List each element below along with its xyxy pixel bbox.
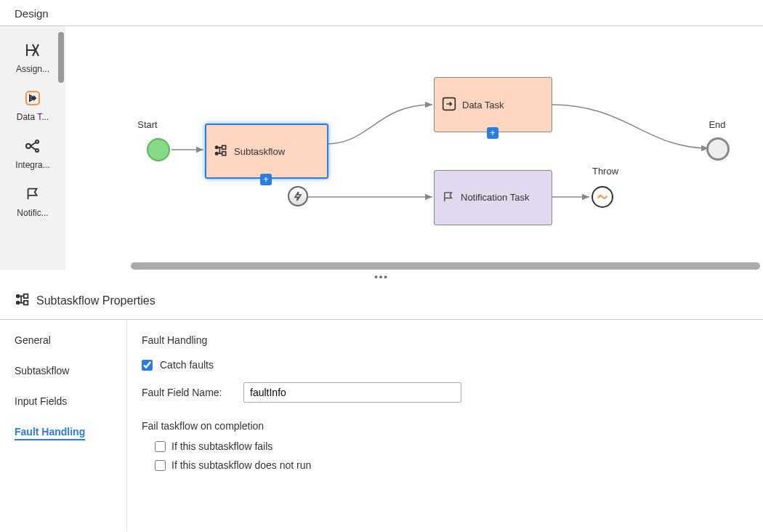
canvas-area: Assign... Data T... Integ <box>0 26 763 270</box>
fault-handling-heading: Fault Handling <box>142 334 748 346</box>
start-node[interactable] <box>147 138 170 161</box>
properties-content: Fault Handling Catch faults Fault Field … <box>127 320 763 531</box>
fail-if-subtaskflow-fails-label: If this subtaskflow fails <box>171 440 272 452</box>
data-task-icon <box>23 89 42 108</box>
properties-body: General Subtaskflow Input Fields Fault H… <box>0 320 763 531</box>
design-title: Design <box>15 7 49 20</box>
svg-point-5 <box>216 152 218 154</box>
notification-icon <box>442 190 455 206</box>
svg-point-3 <box>36 149 39 152</box>
throw-label: Throw <box>587 166 623 177</box>
splitter-handle[interactable]: ••• <box>0 270 763 283</box>
throw-node[interactable] <box>592 186 613 208</box>
svg-rect-11 <box>24 294 28 299</box>
integration-icon <box>23 137 42 156</box>
catch-faults-label: Catch faults <box>160 359 214 371</box>
subtaskflow-node-label: Subtaskflow <box>234 146 285 157</box>
fail-if-subtaskflow-not-run-label: If this subtaskflow does not run <box>171 459 311 471</box>
add-branch-handle[interactable]: + <box>260 174 272 185</box>
svg-point-10 <box>17 302 20 305</box>
properties-title: Subtaskflow Properties <box>36 294 156 307</box>
end-node[interactable] <box>706 137 730 161</box>
svg-rect-6 <box>222 145 226 149</box>
properties-header: Subtaskflow Properties <box>0 283 763 320</box>
palette: Assign... Data T... Integ <box>0 26 65 270</box>
subtaskflow-icon <box>214 143 228 160</box>
notification-task-node[interactable]: Notification Task <box>434 170 552 225</box>
fault-boundary-event[interactable] <box>288 186 308 206</box>
subtaskflow-icon <box>15 291 31 310</box>
tab-fault-handling[interactable]: Fault Handling <box>15 426 85 440</box>
notification-task-node-label: Notification Task <box>461 192 529 203</box>
svg-rect-7 <box>222 151 226 155</box>
tab-subtaskflow[interactable]: Subtaskflow <box>15 365 69 376</box>
end-label: End <box>703 119 732 130</box>
flow-canvas[interactable]: Start Subtaskflow + <box>65 26 763 270</box>
svg-point-9 <box>17 295 20 298</box>
fail-on-completion-heading: Fail taskflow on completion <box>142 420 748 432</box>
notification-icon <box>23 185 42 203</box>
fault-field-name-input[interactable] <box>243 382 461 403</box>
add-branch-handle[interactable]: + <box>487 127 498 139</box>
assignment-icon <box>23 41 42 60</box>
palette-item-label: Integra... <box>15 160 49 170</box>
palette-item-notification[interactable]: Notific... <box>4 177 61 225</box>
data-task-icon <box>442 97 456 113</box>
catch-faults-checkbox[interactable] <box>142 360 153 371</box>
palette-item-integration[interactable]: Integra... <box>4 129 61 177</box>
palette-item-label: Assign... <box>16 64 49 74</box>
data-task-node[interactable]: Data Task <box>434 77 552 132</box>
palette-item-data-task[interactable]: Data T... <box>4 81 61 129</box>
fail-if-subtaskflow-fails-checkbox[interactable] <box>155 441 166 452</box>
canvas-hscroll[interactable] <box>131 262 760 270</box>
design-header: Design <box>0 0 763 26</box>
tab-input-fields[interactable]: Input Fields <box>15 395 67 407</box>
canvas-hscroll-thumb[interactable] <box>131 262 760 270</box>
start-label: Start <box>129 119 166 130</box>
subtaskflow-node[interactable]: Subtaskflow <box>205 124 328 179</box>
palette-item-label: Data T... <box>17 112 49 122</box>
palette-item-assignment[interactable]: Assign... <box>4 33 61 81</box>
svg-point-4 <box>216 146 218 148</box>
palette-item-label: Notific... <box>17 208 48 218</box>
svg-rect-12 <box>24 301 28 305</box>
svg-point-2 <box>36 140 39 143</box>
data-task-node-label: Data Task <box>462 100 504 110</box>
palette-scrollbar[interactable] <box>58 32 64 83</box>
svg-point-1 <box>26 144 31 148</box>
properties-tabs: General Subtaskflow Input Fields Fault H… <box>0 320 127 531</box>
tab-general[interactable]: General <box>15 334 51 346</box>
fail-if-subtaskflow-not-run-checkbox[interactable] <box>155 460 166 471</box>
fault-field-name-label: Fault Field Name: <box>142 387 236 398</box>
ellipsis-icon: ••• <box>374 271 389 282</box>
